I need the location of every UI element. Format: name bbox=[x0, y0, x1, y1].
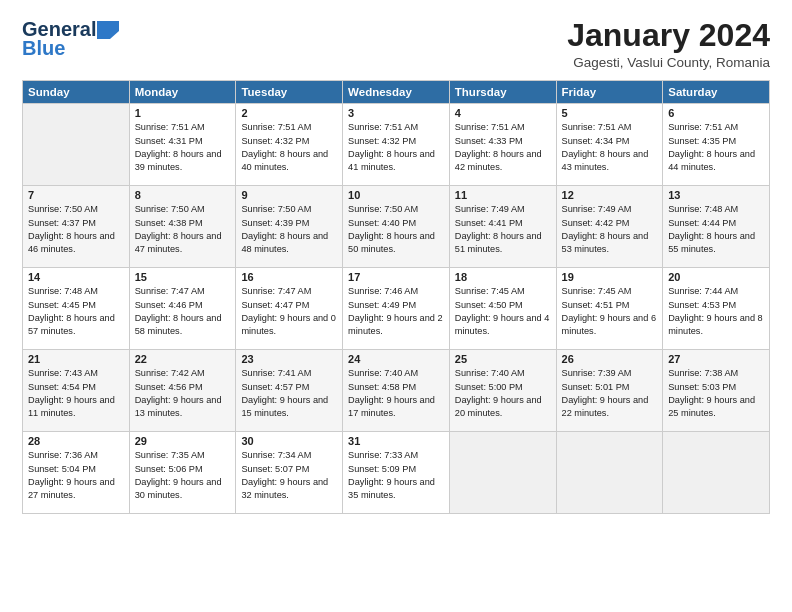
day-info: Sunrise: 7:50 AM Sunset: 4:39 PM Dayligh… bbox=[241, 203, 337, 256]
day-info: Sunrise: 7:51 AM Sunset: 4:34 PM Dayligh… bbox=[562, 121, 658, 174]
day-number: 19 bbox=[562, 271, 658, 283]
day-info: Sunrise: 7:40 AM Sunset: 5:00 PM Dayligh… bbox=[455, 367, 551, 420]
day-number: 4 bbox=[455, 107, 551, 119]
day-info: Sunrise: 7:45 AM Sunset: 4:50 PM Dayligh… bbox=[455, 285, 551, 338]
header-monday: Monday bbox=[129, 81, 236, 104]
day-cell: 19Sunrise: 7:45 AM Sunset: 4:51 PM Dayli… bbox=[556, 268, 663, 350]
header-friday: Friday bbox=[556, 81, 663, 104]
day-number: 9 bbox=[241, 189, 337, 201]
calendar-table: SundayMondayTuesdayWednesdayThursdayFrid… bbox=[22, 80, 770, 514]
day-cell: 3Sunrise: 7:51 AM Sunset: 4:32 PM Daylig… bbox=[343, 104, 450, 186]
day-cell: 26Sunrise: 7:39 AM Sunset: 5:01 PM Dayli… bbox=[556, 350, 663, 432]
day-cell: 18Sunrise: 7:45 AM Sunset: 4:50 PM Dayli… bbox=[449, 268, 556, 350]
day-cell: 16Sunrise: 7:47 AM Sunset: 4:47 PM Dayli… bbox=[236, 268, 343, 350]
day-info: Sunrise: 7:38 AM Sunset: 5:03 PM Dayligh… bbox=[668, 367, 764, 420]
day-number: 23 bbox=[241, 353, 337, 365]
day-cell: 17Sunrise: 7:46 AM Sunset: 4:49 PM Dayli… bbox=[343, 268, 450, 350]
day-number: 24 bbox=[348, 353, 444, 365]
header-wednesday: Wednesday bbox=[343, 81, 450, 104]
day-number: 28 bbox=[28, 435, 124, 447]
day-number: 31 bbox=[348, 435, 444, 447]
day-number: 12 bbox=[562, 189, 658, 201]
header-thursday: Thursday bbox=[449, 81, 556, 104]
day-cell: 25Sunrise: 7:40 AM Sunset: 5:00 PM Dayli… bbox=[449, 350, 556, 432]
day-info: Sunrise: 7:48 AM Sunset: 4:44 PM Dayligh… bbox=[668, 203, 764, 256]
day-number: 6 bbox=[668, 107, 764, 119]
day-cell: 2Sunrise: 7:51 AM Sunset: 4:32 PM Daylig… bbox=[236, 104, 343, 186]
day-cell: 9Sunrise: 7:50 AM Sunset: 4:39 PM Daylig… bbox=[236, 186, 343, 268]
day-cell bbox=[23, 104, 130, 186]
day-cell: 12Sunrise: 7:49 AM Sunset: 4:42 PM Dayli… bbox=[556, 186, 663, 268]
day-info: Sunrise: 7:47 AM Sunset: 4:47 PM Dayligh… bbox=[241, 285, 337, 338]
day-info: Sunrise: 7:50 AM Sunset: 4:38 PM Dayligh… bbox=[135, 203, 231, 256]
day-number: 10 bbox=[348, 189, 444, 201]
day-cell: 27Sunrise: 7:38 AM Sunset: 5:03 PM Dayli… bbox=[663, 350, 770, 432]
day-cell: 4Sunrise: 7:51 AM Sunset: 4:33 PM Daylig… bbox=[449, 104, 556, 186]
day-info: Sunrise: 7:49 AM Sunset: 4:41 PM Dayligh… bbox=[455, 203, 551, 256]
page: General Blue January 2024 Gagesti, Vaslu… bbox=[0, 0, 792, 612]
title-block: January 2024 Gagesti, Vaslui County, Rom… bbox=[567, 18, 770, 70]
day-cell: 6Sunrise: 7:51 AM Sunset: 4:35 PM Daylig… bbox=[663, 104, 770, 186]
day-number: 14 bbox=[28, 271, 124, 283]
day-number: 13 bbox=[668, 189, 764, 201]
day-cell: 15Sunrise: 7:47 AM Sunset: 4:46 PM Dayli… bbox=[129, 268, 236, 350]
day-cell: 30Sunrise: 7:34 AM Sunset: 5:07 PM Dayli… bbox=[236, 432, 343, 514]
logo: General Blue bbox=[22, 18, 119, 60]
day-info: Sunrise: 7:46 AM Sunset: 4:49 PM Dayligh… bbox=[348, 285, 444, 338]
day-cell: 23Sunrise: 7:41 AM Sunset: 4:57 PM Dayli… bbox=[236, 350, 343, 432]
day-info: Sunrise: 7:40 AM Sunset: 4:58 PM Dayligh… bbox=[348, 367, 444, 420]
day-cell: 24Sunrise: 7:40 AM Sunset: 4:58 PM Dayli… bbox=[343, 350, 450, 432]
day-info: Sunrise: 7:51 AM Sunset: 4:31 PM Dayligh… bbox=[135, 121, 231, 174]
day-cell bbox=[556, 432, 663, 514]
day-cell: 7Sunrise: 7:50 AM Sunset: 4:37 PM Daylig… bbox=[23, 186, 130, 268]
day-cell: 1Sunrise: 7:51 AM Sunset: 4:31 PM Daylig… bbox=[129, 104, 236, 186]
svg-marker-0 bbox=[97, 21, 119, 39]
day-cell: 14Sunrise: 7:48 AM Sunset: 4:45 PM Dayli… bbox=[23, 268, 130, 350]
header-saturday: Saturday bbox=[663, 81, 770, 104]
day-info: Sunrise: 7:36 AM Sunset: 5:04 PM Dayligh… bbox=[28, 449, 124, 502]
header-tuesday: Tuesday bbox=[236, 81, 343, 104]
day-number: 7 bbox=[28, 189, 124, 201]
day-number: 11 bbox=[455, 189, 551, 201]
day-cell: 29Sunrise: 7:35 AM Sunset: 5:06 PM Dayli… bbox=[129, 432, 236, 514]
day-info: Sunrise: 7:42 AM Sunset: 4:56 PM Dayligh… bbox=[135, 367, 231, 420]
day-info: Sunrise: 7:49 AM Sunset: 4:42 PM Dayligh… bbox=[562, 203, 658, 256]
week-row-3: 14Sunrise: 7:48 AM Sunset: 4:45 PM Dayli… bbox=[23, 268, 770, 350]
day-cell: 10Sunrise: 7:50 AM Sunset: 4:40 PM Dayli… bbox=[343, 186, 450, 268]
day-number: 2 bbox=[241, 107, 337, 119]
day-info: Sunrise: 7:43 AM Sunset: 4:54 PM Dayligh… bbox=[28, 367, 124, 420]
logo-icon bbox=[97, 21, 119, 39]
day-number: 15 bbox=[135, 271, 231, 283]
day-info: Sunrise: 7:35 AM Sunset: 5:06 PM Dayligh… bbox=[135, 449, 231, 502]
day-number: 20 bbox=[668, 271, 764, 283]
day-info: Sunrise: 7:47 AM Sunset: 4:46 PM Dayligh… bbox=[135, 285, 231, 338]
day-number: 29 bbox=[135, 435, 231, 447]
logo-blue: Blue bbox=[22, 37, 65, 60]
day-info: Sunrise: 7:41 AM Sunset: 4:57 PM Dayligh… bbox=[241, 367, 337, 420]
day-cell: 8Sunrise: 7:50 AM Sunset: 4:38 PM Daylig… bbox=[129, 186, 236, 268]
day-cell: 21Sunrise: 7:43 AM Sunset: 4:54 PM Dayli… bbox=[23, 350, 130, 432]
day-cell: 5Sunrise: 7:51 AM Sunset: 4:34 PM Daylig… bbox=[556, 104, 663, 186]
day-number: 16 bbox=[241, 271, 337, 283]
day-cell bbox=[449, 432, 556, 514]
week-row-5: 28Sunrise: 7:36 AM Sunset: 5:04 PM Dayli… bbox=[23, 432, 770, 514]
day-cell: 20Sunrise: 7:44 AM Sunset: 4:53 PM Dayli… bbox=[663, 268, 770, 350]
week-row-2: 7Sunrise: 7:50 AM Sunset: 4:37 PM Daylig… bbox=[23, 186, 770, 268]
day-info: Sunrise: 7:48 AM Sunset: 4:45 PM Dayligh… bbox=[28, 285, 124, 338]
day-info: Sunrise: 7:51 AM Sunset: 4:33 PM Dayligh… bbox=[455, 121, 551, 174]
day-cell: 28Sunrise: 7:36 AM Sunset: 5:04 PM Dayli… bbox=[23, 432, 130, 514]
header-sunday: Sunday bbox=[23, 81, 130, 104]
day-number: 26 bbox=[562, 353, 658, 365]
day-number: 22 bbox=[135, 353, 231, 365]
day-number: 25 bbox=[455, 353, 551, 365]
day-info: Sunrise: 7:50 AM Sunset: 4:37 PM Dayligh… bbox=[28, 203, 124, 256]
day-info: Sunrise: 7:51 AM Sunset: 4:32 PM Dayligh… bbox=[348, 121, 444, 174]
day-number: 17 bbox=[348, 271, 444, 283]
day-info: Sunrise: 7:44 AM Sunset: 4:53 PM Dayligh… bbox=[668, 285, 764, 338]
day-cell: 11Sunrise: 7:49 AM Sunset: 4:41 PM Dayli… bbox=[449, 186, 556, 268]
header: General Blue January 2024 Gagesti, Vaslu… bbox=[22, 18, 770, 70]
week-row-4: 21Sunrise: 7:43 AM Sunset: 4:54 PM Dayli… bbox=[23, 350, 770, 432]
header-row: SundayMondayTuesdayWednesdayThursdayFrid… bbox=[23, 81, 770, 104]
day-info: Sunrise: 7:33 AM Sunset: 5:09 PM Dayligh… bbox=[348, 449, 444, 502]
day-number: 27 bbox=[668, 353, 764, 365]
